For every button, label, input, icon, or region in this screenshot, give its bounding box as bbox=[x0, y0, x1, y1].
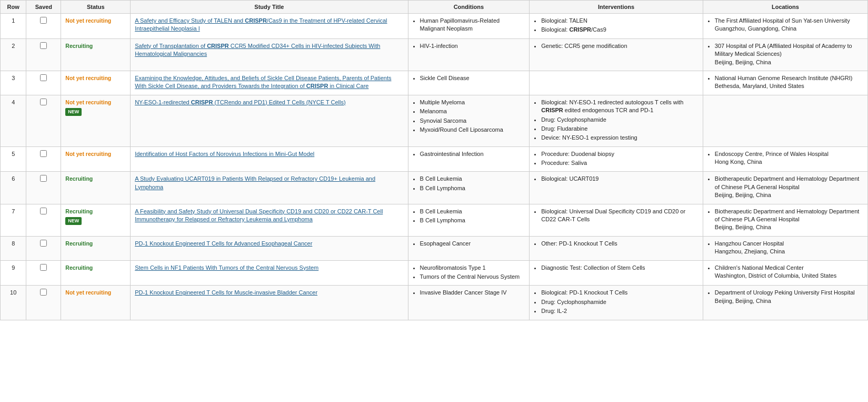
conditions-cell: Invasive Bladder Cancer Stage IV bbox=[408, 286, 530, 320]
interventions-cell: Procedure: Duodenal biopsyProcedure: Sal… bbox=[530, 146, 703, 172]
study-title-link[interactable]: A Safety and Efficacy Study of TALEN and… bbox=[135, 17, 387, 32]
save-checkbox[interactable] bbox=[40, 99, 47, 105]
table-row: 10Not yet recruitingPD-1 Knockout Engine… bbox=[1, 286, 868, 320]
title-cell[interactable]: Identification of Host Factors of Norovi… bbox=[131, 146, 408, 172]
status-badge: Not yet recruiting bbox=[65, 289, 111, 296]
new-badge: NEW bbox=[65, 217, 82, 225]
row-number: 1 bbox=[1, 14, 26, 39]
save-checkbox[interactable] bbox=[40, 264, 47, 271]
row-number: 3 bbox=[1, 71, 26, 95]
title-cell[interactable]: NY-ESO-1-redirected CRISPR (TCRendo and … bbox=[131, 95, 408, 146]
condition-item: HIV-1-infection bbox=[420, 42, 525, 50]
condition-item: B Cell Leukemia bbox=[420, 208, 525, 215]
intervention-item: Drug: Fludarabine bbox=[541, 125, 699, 133]
condition-item: B Cell Leukemia bbox=[420, 175, 525, 183]
row-number: 8 bbox=[1, 236, 26, 260]
study-title-link[interactable]: A Study Evaluating UCART019 in Patients … bbox=[135, 175, 375, 190]
status-cell: Not yet recruiting bbox=[61, 14, 131, 39]
saved-cell[interactable] bbox=[26, 286, 61, 320]
status-cell: Not yet recruiting bbox=[61, 286, 131, 320]
locations-cell: National Human Genome Research Institute… bbox=[703, 71, 867, 95]
conditions-cell: Gastrointestinal Infection bbox=[408, 146, 530, 172]
interventions-cell bbox=[530, 71, 703, 95]
study-title-link[interactable]: Safety of Transplantation of CRISPR CCR5… bbox=[135, 43, 380, 57]
saved-cell[interactable] bbox=[26, 95, 61, 146]
header-conditions: Conditions bbox=[408, 1, 530, 14]
condition-item: Gastrointestinal Infection bbox=[420, 150, 525, 158]
header-row: Row bbox=[1, 1, 26, 14]
status-cell: Not yet recruiting bbox=[61, 146, 131, 172]
study-title-link[interactable]: Identification of Host Factors of Norovi… bbox=[135, 151, 314, 157]
save-checkbox[interactable] bbox=[40, 289, 47, 296]
row-number: 6 bbox=[1, 172, 26, 204]
new-badge: NEW bbox=[65, 108, 82, 116]
saved-cell[interactable] bbox=[26, 14, 61, 39]
row-number: 2 bbox=[1, 38, 26, 71]
condition-item: B Cell Lymphoma bbox=[420, 184, 525, 192]
interventions-cell: Biological: TALENBiological: CRISPR/Cas9 bbox=[530, 14, 703, 39]
save-checkbox[interactable] bbox=[40, 208, 47, 214]
save-checkbox[interactable] bbox=[40, 240, 47, 247]
condition-item: Melanoma bbox=[420, 107, 525, 115]
saved-cell[interactable] bbox=[26, 260, 61, 286]
study-title-link[interactable]: Examining the Knowledge, Attitudes, and … bbox=[135, 75, 391, 89]
condition-item: Human Papillomavirus-Related Malignant N… bbox=[420, 17, 525, 33]
interventions-cell: Biological: PD-1 Knockout T CellsDrug: C… bbox=[530, 286, 703, 320]
condition-item: Neurofibromatosis Type 1 bbox=[420, 264, 525, 272]
study-title-link[interactable]: Stem Cells in NF1 Patients With Tumors o… bbox=[135, 264, 318, 271]
intervention-item: Drug: Cyclophosphamide bbox=[541, 116, 699, 124]
status-badge: Recruiting bbox=[65, 240, 93, 247]
study-title-link[interactable]: A Feasibility and Safety Study of Univer… bbox=[135, 208, 383, 222]
saved-cell[interactable] bbox=[26, 146, 61, 172]
location-item: 307 Hospital of PLA (Affiliated Hospital… bbox=[715, 42, 863, 66]
title-cell[interactable]: A Safety and Efficacy Study of TALEN and… bbox=[131, 14, 408, 39]
intervention-item: Genetic: CCR5 gene modification bbox=[541, 42, 699, 50]
location-item: Department of Urology Peking University … bbox=[715, 289, 863, 305]
title-cell[interactable]: PD-1 Knockout Engineered T Cells for Adv… bbox=[131, 236, 408, 260]
status-cell: Recruiting bbox=[61, 38, 131, 71]
save-checkbox[interactable] bbox=[40, 175, 47, 182]
status-badge: Recruiting bbox=[65, 43, 93, 49]
saved-cell[interactable] bbox=[26, 38, 61, 71]
save-checkbox[interactable] bbox=[40, 74, 47, 81]
locations-cell bbox=[703, 95, 867, 146]
table-row: 6RecruitingA Study Evaluating UCART019 i… bbox=[1, 172, 868, 204]
title-cell[interactable]: Examining the Knowledge, Attitudes, and … bbox=[131, 71, 408, 95]
conditions-cell: Sickle Cell Disease bbox=[408, 71, 530, 95]
saved-cell[interactable] bbox=[26, 236, 61, 260]
header-interventions: Interventions bbox=[530, 1, 703, 14]
study-title-link[interactable]: PD-1 Knockout Engineered T Cells for Mus… bbox=[135, 289, 317, 296]
location-item: Hangzhou Cancer HospitalHangzhou, Zhejia… bbox=[715, 240, 863, 256]
intervention-item: Biological: NY-ESO-1 redirected autologo… bbox=[541, 99, 699, 115]
table-row: 2RecruitingSafety of Transplantation of … bbox=[1, 38, 868, 71]
location-item: The First Affiliated Hospital of Sun Yat… bbox=[715, 17, 863, 33]
row-number: 9 bbox=[1, 260, 26, 286]
saved-cell[interactable] bbox=[26, 71, 61, 95]
saved-cell[interactable] bbox=[26, 172, 61, 204]
row-number: 7 bbox=[1, 204, 26, 236]
title-cell[interactable]: Safety of Transplantation of CRISPR CCR5… bbox=[131, 38, 408, 71]
study-title-link[interactable]: NY-ESO-1-redirected CRISPR (TCRendo and … bbox=[135, 99, 345, 105]
title-cell[interactable]: A Feasibility and Safety Study of Univer… bbox=[131, 204, 408, 236]
study-title-link[interactable]: PD-1 Knockout Engineered T Cells for Adv… bbox=[135, 240, 312, 247]
status-badge: Not yet recruiting bbox=[65, 17, 111, 24]
location-item: Biotherapeutic Department and Hematology… bbox=[715, 175, 863, 199]
title-cell[interactable]: PD-1 Knockout Engineered T Cells for Mus… bbox=[131, 286, 408, 320]
save-checkbox[interactable] bbox=[40, 150, 47, 157]
header-status: Status bbox=[61, 1, 131, 14]
table-row: 3Not yet recruitingExamining the Knowled… bbox=[1, 71, 868, 95]
status-cell: Recruiting bbox=[61, 260, 131, 286]
clinical-trials-table: Row Saved Status Study Title Conditions … bbox=[0, 0, 868, 320]
condition-item: Multiple Myeloma bbox=[420, 99, 525, 106]
saved-cell[interactable] bbox=[26, 204, 61, 236]
save-checkbox[interactable] bbox=[40, 17, 47, 24]
row-number: 5 bbox=[1, 146, 26, 172]
conditions-cell: Multiple MyelomaMelanomaSynovial Sarcoma… bbox=[408, 95, 530, 146]
intervention-item: Biological: PD-1 Knockout T Cells bbox=[541, 289, 699, 297]
condition-item: Esophageal Cancer bbox=[420, 240, 525, 248]
save-checkbox[interactable] bbox=[40, 42, 47, 49]
title-cell[interactable]: Stem Cells in NF1 Patients With Tumors o… bbox=[131, 260, 408, 286]
location-item: Children's National Medical CenterWashin… bbox=[715, 264, 863, 280]
title-cell[interactable]: A Study Evaluating UCART019 in Patients … bbox=[131, 172, 408, 204]
header-title: Study Title bbox=[131, 1, 408, 14]
